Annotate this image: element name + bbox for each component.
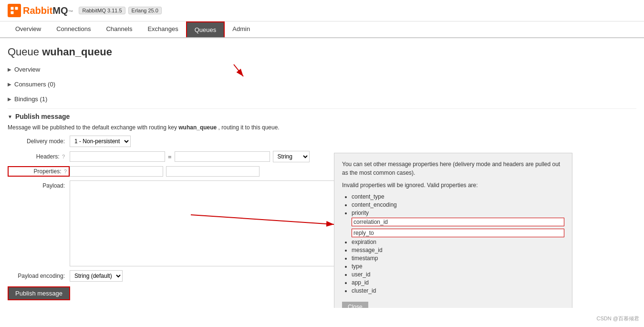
arrow-down-icon: ▼	[8, 114, 12, 119]
prop-timestamp: timestamp	[352, 255, 564, 262]
properties-inputs	[70, 166, 260, 177]
payload-enc-select[interactable]: String (default) Base64	[70, 270, 123, 282]
delivery-mode-label: Delivery mode:	[8, 138, 70, 145]
logo-text: RabbitMQ™	[23, 5, 73, 16]
publish-header-label: Publish message	[15, 113, 70, 120]
properties-value-input[interactable]	[166, 166, 260, 177]
properties-tooltip: You can set other message properties her…	[334, 153, 572, 308]
rabbitmq-version: RabbitMQ 3.11.5	[79, 7, 125, 14]
nav-connections[interactable]: Connections	[49, 21, 98, 37]
logo: RabbitMQ™	[8, 4, 73, 17]
nav-queues[interactable]: Queues	[186, 21, 225, 37]
payload-enc-label: Payload encoding:	[8, 273, 70, 279]
desc-prefix: Message will be published to the default…	[8, 124, 177, 131]
headers-help[interactable]: ?	[62, 154, 65, 159]
headers-type-select[interactable]: String Number Boolean	[273, 151, 310, 162]
prop-app-id: app_id	[352, 279, 564, 286]
erlang-version: Erlang 25.0	[128, 7, 162, 14]
tooltip-properties-list: content_type content_encoding priority c…	[352, 193, 564, 294]
prop-cluster-id: cluster_id	[352, 287, 564, 294]
payload-label: Payload:	[8, 180, 70, 189]
nav-channels[interactable]: Channels	[98, 21, 140, 37]
section-bindings-label: Bindings (1)	[14, 95, 47, 103]
prop-user-id: user_id	[352, 271, 564, 278]
svg-rect-1	[15, 7, 18, 10]
section-consumers-header[interactable]: ▶ Consumers (0)	[8, 79, 636, 90]
queue-name: wuhan_queue	[42, 46, 112, 58]
properties-help[interactable]: ?	[64, 169, 67, 174]
properties-label: Properties: ?	[8, 166, 70, 177]
header: RabbitMQ™ RabbitMQ 3.11.5 Erlang 25.0	[0, 0, 644, 21]
page-title: Queue wuhan_queue	[8, 46, 636, 58]
logo-icon	[8, 4, 21, 17]
delivery-mode-row: Delivery mode: 1 - Non-persistent 2 - Pe…	[8, 136, 636, 147]
arrow-right-icon: ▶	[8, 67, 11, 72]
section-bindings: ▶ Bindings (1)	[8, 94, 636, 105]
headers-inputs: = String Number Boolean	[70, 151, 310, 162]
logo-rabbit: Rabbit	[23, 5, 52, 16]
tooltip-text1: You can set other message properties her…	[342, 160, 564, 177]
prop-priority: priority	[352, 210, 564, 216]
nav-bar: Overview Connections Channels Exchanges …	[0, 21, 644, 38]
section-overview-header[interactable]: ▶ Overview	[8, 64, 636, 75]
properties-key-input[interactable]	[70, 166, 163, 177]
headers-key-input[interactable]	[70, 151, 165, 162]
page-content: Queue wuhan_queue ▶ Overview ▶ Consumers…	[0, 38, 644, 308]
delivery-mode-select[interactable]: 1 - Non-persistent 2 - Persistent	[70, 136, 131, 147]
prop-content-encoding: content_encoding	[352, 201, 564, 208]
trademark: ™	[68, 9, 73, 15]
section-overview-label: Overview	[14, 66, 40, 73]
routing-key: wuhan_queue	[178, 124, 217, 131]
tooltip-close-button[interactable]: Close	[342, 302, 368, 308]
publish-description: Message will be published to the default…	[8, 124, 636, 131]
prop-type: type	[352, 263, 564, 270]
publish-message-button[interactable]: Publish message	[8, 286, 70, 300]
tooltip-text2: Invalid properties will be ignored. Vali…	[342, 181, 564, 190]
section-bindings-header[interactable]: ▶ Bindings (1)	[8, 94, 636, 105]
nav-exchanges[interactable]: Exchanges	[140, 21, 186, 37]
section-overview: ▶ Overview	[8, 64, 636, 75]
page-title-prefix: Queue	[8, 46, 39, 58]
arrow-right-icon-2: ▶	[8, 82, 11, 87]
prop-expiration: expiration	[352, 239, 564, 245]
logo-mq: MQ	[52, 5, 68, 16]
payload-textarea[interactable]	[70, 180, 356, 266]
prop-message-id: message_id	[352, 247, 564, 253]
nav-overview[interactable]: Overview	[8, 21, 49, 37]
section-consumers: ▶ Consumers (0)	[8, 79, 636, 90]
headers-label: Headers: ?	[8, 153, 70, 160]
equals-sign: =	[168, 153, 172, 160]
desc-suffix: , routing it to this queue.	[218, 124, 280, 131]
headers-value-input[interactable]	[175, 151, 270, 162]
section-consumers-label: Consumers (0)	[14, 81, 55, 88]
prop-reply-to: reply_to	[352, 229, 564, 237]
prop-content-type: content_type	[352, 193, 564, 200]
prop-correlation-id: correlation_id	[352, 218, 564, 226]
svg-rect-2	[11, 11, 14, 14]
svg-rect-0	[11, 7, 14, 10]
arrow-right-icon-3: ▶	[8, 96, 11, 102]
nav-admin[interactable]: Admin	[225, 21, 258, 37]
publish-section-header[interactable]: ▼ Publish message	[8, 113, 636, 120]
